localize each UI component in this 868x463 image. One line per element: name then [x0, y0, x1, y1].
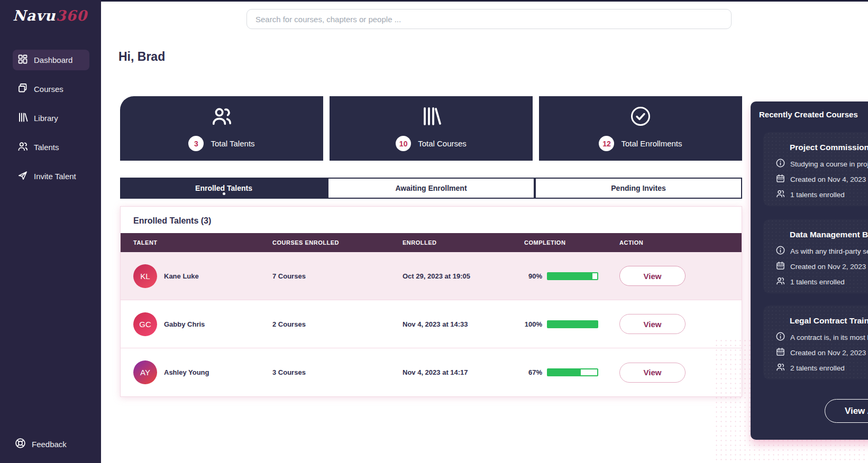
- sidebar-item-invite-talent[interactable]: Invite Talent: [13, 166, 89, 187]
- logo-accent: 360: [56, 7, 87, 24]
- avatar: AY: [133, 360, 157, 384]
- column-header-action: ACTION: [619, 239, 742, 246]
- stat-label: Total Enrollments: [621, 139, 682, 148]
- library-icon: [17, 112, 28, 124]
- info-icon: [776, 246, 785, 256]
- view-button[interactable]: View: [619, 266, 686, 286]
- progress-bar: [547, 272, 598, 280]
- people-icon: [17, 141, 28, 153]
- talent-name: Ashley Young: [164, 368, 209, 376]
- course-enrolled-count: 1 talents enrolled: [790, 278, 845, 286]
- sidebar-item-label: Courses: [34, 85, 63, 94]
- page-greeting: Hi, Brad: [118, 50, 165, 64]
- calendar-icon: [776, 347, 785, 358]
- sidebar-item-dashboard[interactable]: Dashboard: [13, 50, 89, 70]
- talent-name: Gabby Chris: [164, 320, 205, 328]
- column-header-completion: COMPLETION: [524, 239, 619, 246]
- stat-card-total-enrollments: 12 Total Enrollments: [539, 96, 742, 161]
- course-card[interactable]: Project Commissioning Studying a course …: [763, 132, 868, 206]
- calendar-icon: [776, 174, 785, 184]
- completion-percent: 90%: [524, 272, 542, 280]
- course-enrolled-count: 2 talents enrolled: [790, 364, 845, 372]
- courses-icon: [17, 83, 28, 95]
- library-icon: [421, 106, 442, 129]
- course-description: A contract is, in its most ba: [790, 334, 868, 341]
- people-icon: [776, 363, 785, 373]
- courses-enrolled-cell: 2 Courses: [272, 320, 403, 328]
- info-icon: [776, 159, 785, 169]
- people-icon: [776, 276, 785, 287]
- sidebar: Navu360 Dashboard Courses Library Talent…: [0, 0, 101, 463]
- paper-plane-icon: [17, 170, 28, 182]
- avatar: KL: [133, 264, 157, 288]
- feedback-label: Feedback: [32, 440, 67, 449]
- view-button[interactable]: View: [619, 314, 686, 334]
- completion-percent: 100%: [524, 320, 542, 328]
- sidebar-item-label: Dashboard: [34, 55, 72, 64]
- enrolled-date-cell: Nov 4, 2023 at 14:17: [403, 368, 524, 376]
- app-logo: Navu360: [0, 0, 101, 24]
- people-icon: [776, 189, 785, 200]
- check-circle-icon: [630, 106, 651, 129]
- talent-name: Kane Luke: [164, 272, 199, 280]
- course-created: Created on Nov 4, 2023 at: [790, 175, 868, 183]
- course-title: Legal Contract Training: [790, 316, 868, 326]
- course-created: Created on Nov 2, 2023 at: [790, 349, 868, 357]
- sidebar-item-talents[interactable]: Talents: [13, 137, 89, 158]
- progress-bar: [547, 368, 598, 376]
- column-header-courses-enrolled: COURSES ENROLLED: [272, 239, 403, 246]
- course-title: Data Management Best: [790, 230, 868, 239]
- course-card[interactable]: Legal Contract Training A contract is, i…: [763, 305, 868, 379]
- sidebar-item-library[interactable]: Library: [13, 108, 89, 128]
- top-divider: [0, 0, 868, 2]
- table-row: KL Kane Luke 7 Courses Oct 29, 2023 at 1…: [121, 252, 742, 300]
- search-input[interactable]: [246, 9, 732, 29]
- courses-enrolled-cell: 3 Courses: [272, 368, 403, 376]
- calendar-icon: [776, 261, 785, 272]
- course-title: Project Commissioning: [790, 143, 868, 152]
- stats-row: 3 Total Talents 10 Total Courses 12 Tota…: [120, 96, 742, 161]
- stat-card-total-talents: 3 Total Talents: [120, 96, 323, 161]
- table-header: TALENT COURSES ENROLLED ENROLLED COMPLET…: [121, 233, 742, 252]
- enrolled-date-cell: Oct 29, 2023 at 19:05: [403, 272, 524, 280]
- view-all-button[interactable]: View All: [825, 399, 868, 423]
- stat-value-badge: 12: [599, 136, 614, 151]
- sidebar-item-courses[interactable]: Courses: [13, 79, 89, 99]
- table-title: Enrolled Talents (3): [121, 207, 742, 233]
- stat-label: Total Talents: [211, 139, 254, 148]
- course-enrolled-count: 1 talents enrolled: [790, 191, 845, 199]
- column-header-talent: TALENT: [133, 239, 272, 246]
- info-icon: [776, 332, 785, 342]
- dashboard-icon: [17, 54, 28, 66]
- tab-enrolled-talents[interactable]: Enrolled Talents: [120, 178, 327, 199]
- people-icon: [211, 106, 232, 129]
- stat-card-total-courses: 10 Total Courses: [330, 96, 533, 161]
- progress-bar: [547, 320, 598, 328]
- enrolled-date-cell: Nov 4, 2023 at 14:33: [403, 320, 524, 328]
- column-header-enrolled: ENROLLED: [403, 239, 524, 246]
- sidebar-item-label: Talents: [34, 143, 59, 152]
- view-button[interactable]: View: [619, 363, 686, 383]
- stat-value-badge: 10: [396, 136, 411, 151]
- completion-percent: 67%: [524, 368, 542, 376]
- course-description: As with any third-party ser: [790, 247, 868, 255]
- tab-pending-invites[interactable]: Pending Invites: [535, 178, 742, 199]
- sidebar-nav: Dashboard Courses Library Talents Invite…: [0, 50, 101, 187]
- enrolled-talents-table: Enrolled Talents (3) TALENT COURSES ENRO…: [120, 206, 742, 397]
- recently-created-courses-panel: Recently Created Courses Project Commiss…: [751, 101, 868, 440]
- course-created: Created on Nov 2, 2023 at: [790, 263, 868, 271]
- talent-tabs: Enrolled Talents Awaiting Enrollment Pen…: [120, 178, 742, 199]
- sidebar-item-feedback[interactable]: Feedback: [15, 438, 67, 450]
- course-description: Studying a course in proje: [790, 160, 868, 168]
- lifebuoy-icon: [15, 438, 26, 450]
- sidebar-item-label: Invite Talent: [34, 172, 76, 181]
- tab-awaiting-enrollment[interactable]: Awaiting Enrollment: [327, 178, 535, 199]
- stat-label: Total Courses: [418, 139, 467, 148]
- courses-enrolled-cell: 7 Courses: [272, 272, 403, 280]
- avatar: GC: [133, 312, 157, 336]
- panel-title: Recently Created Courses: [751, 101, 868, 119]
- stat-value-badge: 3: [188, 136, 204, 151]
- sidebar-item-label: Library: [34, 114, 58, 123]
- course-card[interactable]: Data Management Best As with any third-p…: [763, 219, 868, 293]
- table-row: GC Gabby Chris 2 Courses Nov 4, 2023 at …: [121, 300, 742, 348]
